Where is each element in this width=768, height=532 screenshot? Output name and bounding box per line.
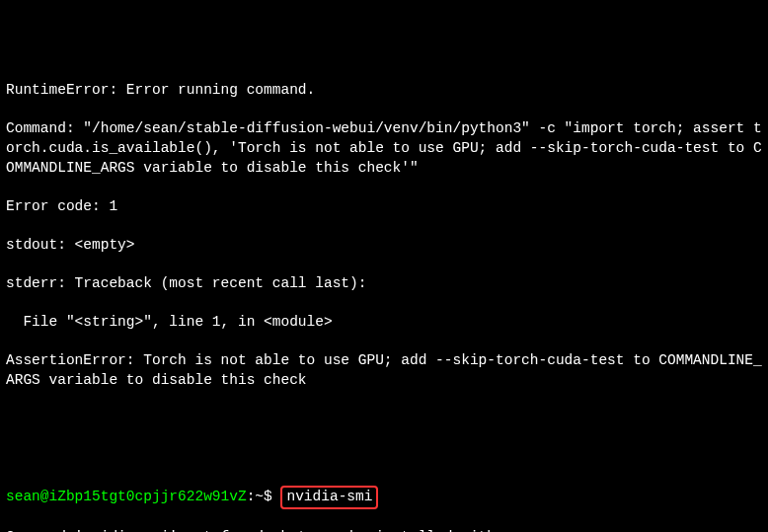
error-file: File "<string>", line 1, in <module> [6, 313, 762, 333]
prompt-user-host: sean@iZbp15tgt0cpjjr622w91vZ [6, 489, 247, 504]
command-highlight: nvidia-smi [280, 486, 378, 509]
prompt-line-1[interactable]: sean@iZbp15tgt0cpjjr622w91vZ:~$ nvidia-s… [6, 486, 762, 509]
error-stderr: stderr: Traceback (most recent call last… [6, 274, 762, 294]
prompt-path: :~$ [247, 489, 281, 504]
error-runtime: RuntimeError: Error running command. [6, 81, 762, 101]
error-command: Command: "/home/sean/stable-diffusion-we… [6, 119, 762, 178]
blank-line [6, 447, 762, 466]
error-stdout: stdout: <empty> [6, 236, 762, 256]
blank-line [6, 410, 762, 428]
error-code: Error code: 1 [6, 197, 762, 217]
error-assertion: AssertionError: Torch is not able to use… [6, 351, 762, 390]
not-found-message: Command 'nvidia-smi' not found, but can … [6, 528, 762, 532]
